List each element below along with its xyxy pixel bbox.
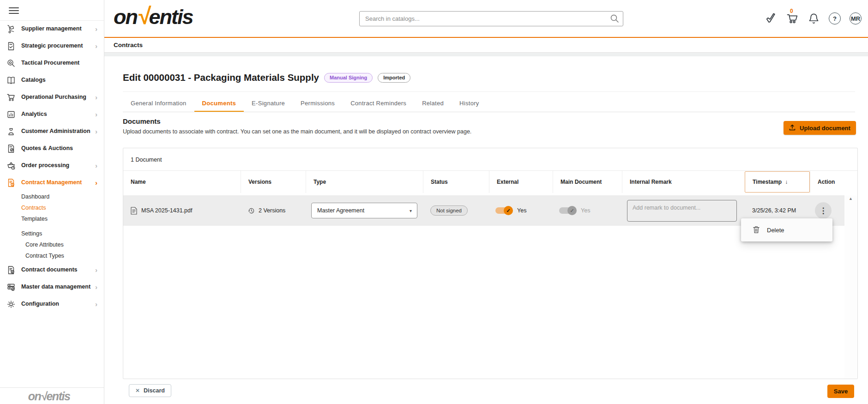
table-row: MSA 2025-1431.pdf 2 Versions Master Agre… bbox=[123, 195, 844, 226]
tab-history[interactable]: History bbox=[452, 95, 487, 112]
sidebar-item-quotes-auctions[interactable]: Quotes & Auctions bbox=[0, 140, 104, 157]
sidebar-item-label: Supplier management bbox=[21, 25, 95, 32]
trash-icon bbox=[753, 225, 760, 235]
sidebar-item-label: Tactical Procurement bbox=[21, 60, 98, 66]
document-file-icon bbox=[131, 207, 137, 215]
column-header-versions[interactable]: Versions bbox=[241, 171, 306, 193]
search-icon[interactable] bbox=[610, 14, 619, 23]
discard-button[interactable]: ✕ Discard bbox=[129, 384, 171, 397]
sidebar-item-contract-documents[interactable]: Contract documents › bbox=[0, 261, 104, 278]
internal-remark-cell bbox=[627, 195, 737, 226]
sidebar-item-templates[interactable]: Templates bbox=[0, 213, 104, 224]
notifications-bell-icon[interactable] bbox=[808, 12, 820, 25]
upload-button-label: Upload document bbox=[800, 125, 850, 132]
chevron-right-icon: › bbox=[95, 110, 98, 118]
basket-clock-icon bbox=[6, 161, 16, 170]
tab-contract-reminders[interactable]: Contract Reminders bbox=[343, 95, 414, 112]
scroll-up-arrow-icon[interactable]: ▲ bbox=[849, 196, 853, 201]
sidebar-item-contracts[interactable]: Contracts bbox=[0, 202, 104, 213]
help-icon[interactable]: ? bbox=[829, 12, 841, 24]
version-history-icon bbox=[248, 207, 255, 214]
versions-cell[interactable]: 2 Versions bbox=[248, 195, 285, 226]
column-header-name[interactable]: Name bbox=[123, 171, 241, 193]
timestamp-value: 3/25/26, 3:42 PM bbox=[752, 207, 796, 214]
search-input[interactable] bbox=[359, 11, 623, 26]
chevron-right-icon: › bbox=[95, 283, 98, 291]
sidebar-nav: Supplier management › Strategic procurem… bbox=[0, 20, 104, 313]
save-button[interactable]: Save bbox=[827, 385, 854, 398]
toggle-check-icon: ✓ bbox=[504, 206, 513, 215]
column-header-status[interactable]: Status bbox=[423, 171, 489, 193]
sidebar-item-master-data-management[interactable]: Master data management › bbox=[0, 278, 104, 295]
catalog-search bbox=[359, 11, 623, 26]
row-context-menu: Delete bbox=[741, 218, 832, 241]
sidebar-item-label: Configuration bbox=[21, 301, 95, 307]
header-icons: 0 ? MR bbox=[764, 0, 862, 37]
tab-documents[interactable]: Documents bbox=[194, 95, 244, 112]
sidebar-item-analytics[interactable]: Analytics › bbox=[0, 106, 104, 123]
tab-general-information[interactable]: General Information bbox=[123, 95, 194, 112]
chevron-right-icon: › bbox=[95, 162, 98, 169]
onventis-logo[interactable]: on√entis bbox=[114, 3, 193, 30]
sidebar-item-catalogs[interactable]: Catalogs bbox=[0, 72, 104, 89]
table-scrollbar[interactable]: ▲ bbox=[844, 195, 857, 379]
sidebar-item-customer-administration[interactable]: Customer Administration › bbox=[0, 123, 104, 140]
tab-permissions[interactable]: Permissions bbox=[293, 95, 343, 112]
approval-check-icon[interactable] bbox=[764, 12, 777, 25]
documents-section-description: Upload documents to associate with contr… bbox=[123, 128, 471, 135]
sidebar-item-dashboard[interactable]: Dashboard bbox=[0, 191, 104, 202]
tab-e-signature[interactable]: E-Signature bbox=[244, 95, 293, 112]
sidebar-item-label: Settings bbox=[21, 230, 42, 237]
sidebar-item-tactical-procurement[interactable]: Tactical Procurement bbox=[0, 54, 104, 72]
chevron-right-icon: › bbox=[95, 266, 98, 274]
person-icon bbox=[6, 127, 16, 136]
cart-icon[interactable]: 0 bbox=[786, 12, 799, 25]
sidebar-footer-logo: on√entis bbox=[0, 390, 98, 403]
sidebar-spacer bbox=[0, 224, 104, 228]
chevron-right-icon: › bbox=[95, 93, 98, 101]
top-header: on√entis 0 ? MR bbox=[104, 0, 868, 38]
hamburger-menu-icon[interactable] bbox=[9, 7, 19, 15]
sidebar-item-settings[interactable]: Settings bbox=[0, 228, 104, 239]
manual-signing-badge: Manual Signing bbox=[324, 73, 373, 83]
context-menu-delete[interactable]: Delete bbox=[741, 218, 832, 241]
upload-icon bbox=[789, 124, 796, 132]
page-title: Edit 00000031 - Packaging Materials Supp… bbox=[123, 72, 319, 83]
sidebar-item-label: Strategic procurement bbox=[21, 42, 95, 49]
chevron-right-icon: › bbox=[95, 25, 98, 33]
column-header-internal-remark[interactable]: Internal Remark bbox=[622, 171, 745, 193]
sidebar-item-label: Contract Types bbox=[25, 253, 64, 259]
sidebar-footer-divider bbox=[0, 387, 104, 388]
status-cell: Not signed bbox=[430, 195, 468, 226]
column-header-timestamp[interactable]: Timestamp ↓ bbox=[745, 171, 810, 193]
sidebar-item-label: Operational Purchasing bbox=[21, 94, 95, 100]
sidebar-item-strategic-procurement[interactable]: Strategic procurement › bbox=[0, 37, 104, 54]
breadcrumb: Contracts bbox=[114, 42, 143, 48]
sidebar-item-core-attributes[interactable]: Core Attributes bbox=[0, 239, 104, 250]
sidebar-item-configuration[interactable]: Configuration › bbox=[0, 295, 104, 313]
chevron-right-icon: › bbox=[95, 127, 98, 135]
selected-type: Master Agreement bbox=[317, 207, 364, 214]
user-avatar[interactable]: MR bbox=[850, 12, 862, 24]
sidebar-item-contract-management[interactable]: Contract Management › bbox=[0, 174, 104, 191]
sort-descending-icon: ↓ bbox=[785, 179, 788, 185]
imported-badge: Imported bbox=[378, 73, 410, 83]
sidebar-item-contract-types[interactable]: Contract Types bbox=[0, 250, 104, 261]
remark-textarea[interactable] bbox=[627, 200, 737, 222]
column-header-main-document[interactable]: Main Document bbox=[553, 171, 622, 193]
document-type-select[interactable]: Master Agreement ▾ bbox=[311, 203, 417, 218]
tab-related[interactable]: Related bbox=[414, 95, 452, 112]
sidebar-item-supplier-management[interactable]: Supplier management › bbox=[0, 20, 104, 37]
document-count: 1 Document bbox=[131, 157, 162, 163]
row-actions-kebab-button[interactable]: ⋮ bbox=[815, 202, 832, 219]
chevron-down-icon: ▾ bbox=[410, 208, 412, 213]
sidebar-item-label: Master data management bbox=[21, 283, 95, 290]
column-header-type[interactable]: Type bbox=[306, 171, 423, 193]
sidebar-item-operational-purchasing[interactable]: Operational Purchasing › bbox=[0, 89, 104, 106]
sidebar-item-order-processing[interactable]: Order processing › bbox=[0, 157, 104, 174]
shopping-cart-icon bbox=[6, 93, 16, 102]
magnifier-cube-icon bbox=[6, 59, 16, 68]
column-header-external[interactable]: External bbox=[489, 171, 553, 193]
external-toggle[interactable]: ✓ bbox=[495, 206, 513, 215]
upload-document-button[interactable]: Upload document bbox=[784, 121, 856, 135]
